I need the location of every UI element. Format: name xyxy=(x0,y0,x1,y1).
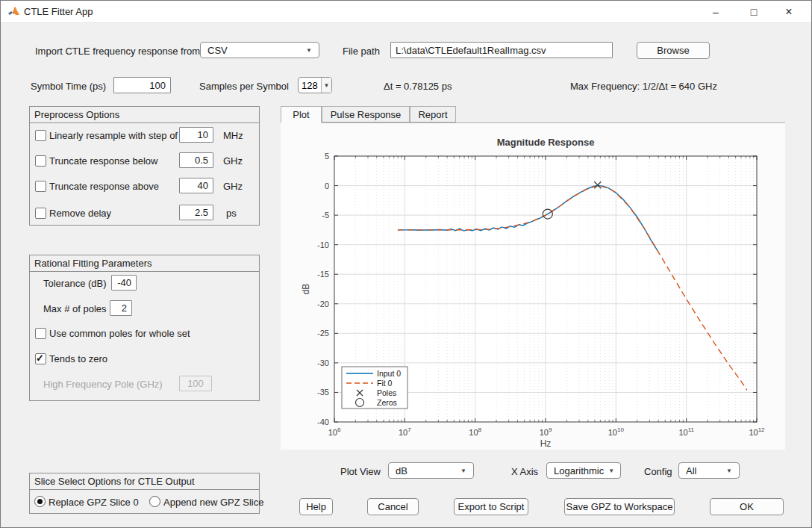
tends-to-zero-label: Tends to zero xyxy=(49,353,107,364)
chevron-down-icon: ▼ xyxy=(604,468,614,474)
svg-text:-20: -20 xyxy=(317,299,329,308)
tab-report[interactable]: Report xyxy=(410,106,456,122)
svg-text:-5: -5 xyxy=(322,211,329,220)
common-poles-checkbox[interactable] xyxy=(35,328,46,339)
plot-view-value: dB xyxy=(396,465,407,476)
plot-view-label: Plot View xyxy=(340,466,381,477)
config-label: Config xyxy=(644,466,672,477)
max-poles-input[interactable] xyxy=(110,300,132,316)
tends-to-zero-checkbox[interactable] xyxy=(35,353,46,364)
window-title: CTLE Fitter App xyxy=(24,6,93,17)
x-axis-value: Logarithmic xyxy=(554,465,604,476)
svg-text:106: 106 xyxy=(328,426,341,437)
truncate-above-input[interactable] xyxy=(179,178,213,193)
svg-text:-35: -35 xyxy=(317,388,329,397)
resample-unit-label: MHz xyxy=(223,130,243,141)
plot-view-dropdown[interactable]: dB ▼ xyxy=(388,462,474,479)
svg-text:-10: -10 xyxy=(317,240,329,249)
max-frequency-readout: Max Frequency: 1/2/Δt = 640 GHz xyxy=(570,81,717,92)
tab-plot[interactable]: Plot xyxy=(281,106,322,123)
svg-text:0: 0 xyxy=(325,181,329,190)
matlab-logo-icon xyxy=(7,5,20,18)
svg-text:Input 0: Input 0 xyxy=(377,369,401,378)
svg-text:Hz: Hz xyxy=(540,438,552,449)
x-axis-label: X Axis xyxy=(511,466,538,477)
truncate-below-label: Truncate response below xyxy=(49,155,158,167)
cancel-button[interactable]: Cancel xyxy=(367,498,419,515)
replace-gpz-slice-label: Replace GPZ Slice 0 xyxy=(49,497,139,508)
truncate-below-unit-label: GHz xyxy=(223,155,243,167)
magnitude-response-chart: 106107108109101010111012-40-35-30-25-20-… xyxy=(281,123,785,450)
resample-label: Linearly resample with step of xyxy=(49,130,178,141)
tolerance-label: Tolerance (dB) xyxy=(43,278,107,289)
svg-text:108: 108 xyxy=(469,426,481,437)
help-button[interactable]: Help xyxy=(299,498,333,515)
remove-delay-label: Remove delay xyxy=(49,208,111,219)
resample-checkbox[interactable] xyxy=(35,130,46,141)
file-path-input[interactable] xyxy=(390,42,613,58)
svg-text:1012: 1012 xyxy=(749,426,765,437)
chevron-down-icon: ▼ xyxy=(302,47,312,54)
chevron-down-icon: ▼ xyxy=(722,468,732,474)
close-button[interactable]: × xyxy=(774,1,804,22)
chevron-down-icon: ▼ xyxy=(321,78,331,93)
x-axis-dropdown[interactable]: Logarithmic ▼ xyxy=(546,462,621,479)
truncate-below-checkbox[interactable] xyxy=(35,155,46,167)
truncate-above-checkbox[interactable] xyxy=(35,181,46,192)
high-freq-pole-input xyxy=(179,376,212,391)
plot-tab-content: 106107108109101010111012-40-35-30-25-20-… xyxy=(281,123,785,450)
common-poles-label: Use common poles for whole set xyxy=(49,328,190,339)
tab-pulse-response[interactable]: Pulse Response xyxy=(322,106,410,122)
symbol-time-input[interactable] xyxy=(113,77,171,93)
svg-text:dB: dB xyxy=(301,284,311,295)
export-to-script-button[interactable]: Export to Script xyxy=(454,498,528,515)
samples-per-symbol-combo[interactable]: 128 ▼ xyxy=(298,77,332,93)
svg-text:Magnitude Response: Magnitude Response xyxy=(497,137,595,148)
svg-text:-30: -30 xyxy=(317,358,329,367)
svg-text:Zeros: Zeros xyxy=(377,398,397,407)
svg-text:Fit 0: Fit 0 xyxy=(377,379,393,388)
fitting-panel-title: Rational Fitting Parameters xyxy=(30,255,259,272)
config-value: All xyxy=(686,465,696,476)
svg-text:109: 109 xyxy=(540,426,552,437)
samples-per-symbol-label: Samples per Symbol xyxy=(199,81,289,92)
truncate-above-unit-label: GHz xyxy=(223,181,243,192)
max-poles-label: Max # of poles xyxy=(43,303,107,314)
import-format-dropdown[interactable]: CSV ▼ xyxy=(200,42,319,58)
slice-panel-title: Slice Select Options for CTLE Output xyxy=(30,473,259,490)
preprocess-panel-title: Preprocess Options xyxy=(30,107,259,123)
import-format-value: CSV xyxy=(207,45,228,56)
svg-text:1010: 1010 xyxy=(608,426,625,437)
svg-text:107: 107 xyxy=(399,426,411,437)
svg-text:-40: -40 xyxy=(317,417,329,426)
remove-delay-input[interactable] xyxy=(179,205,213,220)
high-freq-pole-label: High Frequency Pole (GHz) xyxy=(43,379,163,390)
minimize-button[interactable]: – xyxy=(701,1,731,22)
symbol-time-label: Symbol Time (ps) xyxy=(31,81,106,92)
replace-gpz-slice-radio[interactable] xyxy=(34,496,46,507)
svg-text:1011: 1011 xyxy=(678,426,694,437)
samples-per-symbol-value: 128 xyxy=(299,78,321,93)
ok-button[interactable]: OK xyxy=(710,498,784,515)
svg-text:Poles: Poles xyxy=(377,388,396,397)
truncate-above-label: Truncate response above xyxy=(49,181,159,192)
svg-text:-15: -15 xyxy=(317,270,329,279)
save-gpz-button[interactable]: Save GPZ to Workspace xyxy=(564,498,675,515)
chevron-down-icon: ▼ xyxy=(456,468,466,474)
resample-step-input[interactable] xyxy=(179,127,213,143)
file-path-label: File path xyxy=(343,46,380,57)
remove-delay-checkbox[interactable] xyxy=(35,208,46,219)
remove-delay-unit-label: ps xyxy=(226,208,237,219)
truncate-below-input[interactable] xyxy=(179,152,213,168)
append-gpz-slice-label: Append new GPZ Slice xyxy=(163,497,263,508)
delta-t-readout: Δt = 0.78125 ps xyxy=(384,81,452,92)
maximize-button[interactable]: □ xyxy=(739,1,769,22)
import-source-label: Import CTLE frequency response from xyxy=(35,46,200,57)
config-dropdown[interactable]: All ▼ xyxy=(678,462,740,479)
title-bar: CTLE Fitter App – □ × xyxy=(1,1,811,23)
tolerance-input[interactable] xyxy=(111,275,137,291)
browse-button[interactable]: Browse xyxy=(637,42,710,59)
append-gpz-slice-radio[interactable] xyxy=(149,496,160,507)
svg-text:5: 5 xyxy=(325,152,329,161)
svg-text:-25: -25 xyxy=(317,329,329,338)
